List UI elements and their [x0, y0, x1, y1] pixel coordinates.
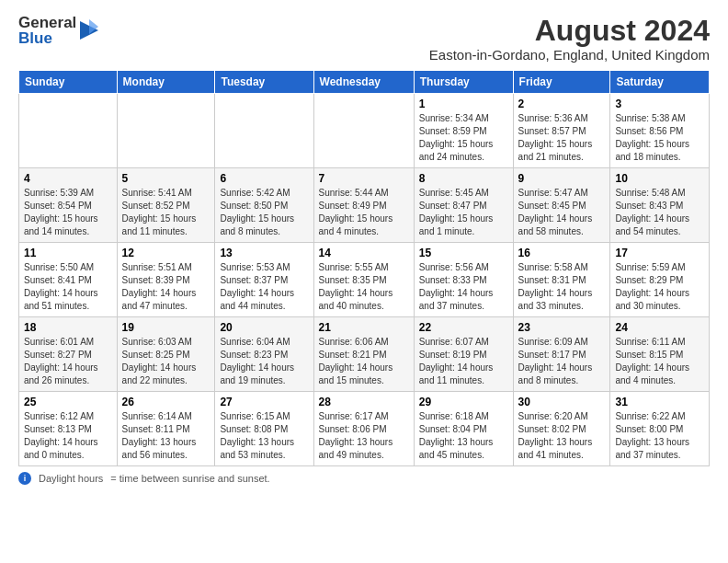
calendar-cell: 30Sunrise: 6:20 AM Sunset: 8:02 PM Dayli… [513, 392, 610, 466]
calendar-cell [19, 94, 118, 168]
footer-note-extra: = time between sunrise and sunset. [110, 473, 269, 484]
day-number: 1 [419, 98, 508, 110]
day-info: Sunrise: 6:18 AM Sunset: 8:04 PM Dayligh… [419, 410, 508, 462]
logo-general: General [18, 15, 76, 30]
calendar-cell: 18Sunrise: 6:01 AM Sunset: 8:27 PM Dayli… [19, 317, 118, 392]
calendar-day-header: Friday [513, 71, 610, 94]
day-info: Sunrise: 6:20 AM Sunset: 8:02 PM Dayligh… [518, 410, 606, 462]
day-number: 24 [615, 321, 704, 334]
day-info: Sunrise: 6:09 AM Sunset: 8:17 PM Dayligh… [518, 336, 606, 387]
day-info: Sunrise: 5:47 AM Sunset: 8:45 PM Dayligh… [518, 187, 606, 238]
day-number: 14 [319, 247, 409, 259]
calendar-day-header: Tuesday [215, 71, 313, 94]
day-info: Sunrise: 6:14 AM Sunset: 8:11 PM Dayligh… [122, 410, 210, 462]
day-number: 17 [615, 247, 704, 259]
calendar-cell: 13Sunrise: 5:53 AM Sunset: 8:37 PM Dayli… [215, 243, 313, 317]
day-info: Sunrise: 5:36 AM Sunset: 8:57 PM Dayligh… [518, 112, 606, 164]
calendar-cell: 16Sunrise: 5:58 AM Sunset: 8:31 PM Dayli… [513, 243, 610, 317]
day-number: 29 [419, 396, 508, 408]
calendar-cell: 12Sunrise: 5:51 AM Sunset: 8:39 PM Dayli… [117, 243, 215, 317]
day-info: Sunrise: 5:38 AM Sunset: 8:56 PM Dayligh… [615, 112, 704, 164]
day-info: Sunrise: 6:22 AM Sunset: 8:00 PM Dayligh… [615, 410, 704, 462]
calendar-cell [313, 94, 414, 168]
calendar-cell: 23Sunrise: 6:09 AM Sunset: 8:17 PM Dayli… [513, 317, 610, 392]
calendar-cell: 27Sunrise: 6:15 AM Sunset: 8:08 PM Dayli… [215, 392, 313, 466]
calendar-week-row: 1Sunrise: 5:34 AM Sunset: 8:59 PM Daylig… [19, 94, 710, 168]
calendar-cell: 3Sunrise: 5:38 AM Sunset: 8:56 PM Daylig… [610, 94, 710, 168]
day-info: Sunrise: 6:11 AM Sunset: 8:15 PM Dayligh… [615, 336, 704, 387]
day-number: 25 [24, 396, 112, 408]
header: General Blue August 2024 Easton-in-Gorda… [18, 15, 710, 63]
main-title: August 2024 [429, 15, 710, 47]
day-info: Sunrise: 6:01 AM Sunset: 8:27 PM Dayligh… [24, 336, 112, 387]
footer-note-text: Daylight hours [39, 473, 103, 484]
day-number: 18 [24, 321, 112, 334]
day-info: Sunrise: 5:59 AM Sunset: 8:29 PM Dayligh… [615, 261, 704, 313]
calendar-cell: 25Sunrise: 6:12 AM Sunset: 8:13 PM Dayli… [19, 392, 118, 466]
logo: General Blue [18, 15, 100, 46]
day-info: Sunrise: 6:04 AM Sunset: 8:23 PM Dayligh… [220, 336, 308, 387]
calendar-cell: 11Sunrise: 5:50 AM Sunset: 8:41 PM Dayli… [19, 243, 118, 317]
calendar-cell [215, 94, 313, 168]
calendar-cell: 22Sunrise: 6:07 AM Sunset: 8:19 PM Dayli… [414, 317, 513, 392]
day-number: 21 [319, 321, 409, 334]
calendar-cell: 9Sunrise: 5:47 AM Sunset: 8:45 PM Daylig… [513, 168, 610, 243]
calendar-cell: 4Sunrise: 5:39 AM Sunset: 8:54 PM Daylig… [19, 168, 118, 243]
info-icon: i [18, 472, 31, 485]
page: General Blue August 2024 Easton-in-Gorda… [0, 0, 728, 563]
day-number: 7 [319, 172, 409, 185]
calendar-cell: 8Sunrise: 5:45 AM Sunset: 8:47 PM Daylig… [414, 168, 513, 243]
calendar-day-header: Sunday [19, 71, 118, 94]
day-number: 12 [122, 247, 210, 259]
day-info: Sunrise: 6:15 AM Sunset: 8:08 PM Dayligh… [220, 410, 308, 462]
calendar-day-header: Wednesday [313, 71, 414, 94]
day-number: 11 [24, 247, 112, 259]
day-info: Sunrise: 5:51 AM Sunset: 8:39 PM Dayligh… [122, 261, 210, 313]
calendar-day-header: Monday [117, 71, 215, 94]
day-number: 2 [518, 98, 606, 110]
calendar-cell: 1Sunrise: 5:34 AM Sunset: 8:59 PM Daylig… [414, 94, 513, 168]
calendar-cell: 7Sunrise: 5:44 AM Sunset: 8:49 PM Daylig… [313, 168, 414, 243]
day-number: 13 [220, 247, 308, 259]
day-info: Sunrise: 6:06 AM Sunset: 8:21 PM Dayligh… [319, 336, 409, 387]
day-number: 16 [518, 247, 606, 259]
day-info: Sunrise: 5:58 AM Sunset: 8:31 PM Dayligh… [518, 261, 606, 313]
calendar-week-row: 18Sunrise: 6:01 AM Sunset: 8:27 PM Dayli… [19, 317, 710, 392]
calendar-cell: 26Sunrise: 6:14 AM Sunset: 8:11 PM Dayli… [117, 392, 215, 466]
day-number: 9 [518, 172, 606, 185]
day-info: Sunrise: 5:44 AM Sunset: 8:49 PM Dayligh… [319, 187, 409, 238]
logo-blue: Blue [18, 30, 76, 46]
calendar-cell: 20Sunrise: 6:04 AM Sunset: 8:23 PM Dayli… [215, 317, 313, 392]
day-info: Sunrise: 6:03 AM Sunset: 8:25 PM Dayligh… [122, 336, 210, 387]
day-info: Sunrise: 5:48 AM Sunset: 8:43 PM Dayligh… [615, 187, 704, 238]
day-number: 28 [319, 396, 409, 408]
logo-icon [78, 17, 100, 43]
calendar-header-row: SundayMondayTuesdayWednesdayThursdayFrid… [19, 71, 710, 94]
day-number: 19 [122, 321, 210, 334]
day-info: Sunrise: 5:34 AM Sunset: 8:59 PM Dayligh… [419, 112, 508, 164]
calendar-table: SundayMondayTuesdayWednesdayThursdayFrid… [18, 70, 710, 466]
calendar-cell: 29Sunrise: 6:18 AM Sunset: 8:04 PM Dayli… [414, 392, 513, 466]
calendar-cell: 6Sunrise: 5:42 AM Sunset: 8:50 PM Daylig… [215, 168, 313, 243]
day-number: 30 [518, 396, 606, 408]
day-number: 10 [615, 172, 704, 185]
calendar-cell: 2Sunrise: 5:36 AM Sunset: 8:57 PM Daylig… [513, 94, 610, 168]
calendar-cell: 28Sunrise: 6:17 AM Sunset: 8:06 PM Dayli… [313, 392, 414, 466]
day-info: Sunrise: 5:53 AM Sunset: 8:37 PM Dayligh… [220, 261, 308, 313]
day-info: Sunrise: 6:07 AM Sunset: 8:19 PM Dayligh… [419, 336, 508, 387]
calendar-cell: 15Sunrise: 5:56 AM Sunset: 8:33 PM Dayli… [414, 243, 513, 317]
calendar-cell: 31Sunrise: 6:22 AM Sunset: 8:00 PM Dayli… [610, 392, 710, 466]
title-area: August 2024 Easton-in-Gordano, England, … [429, 15, 710, 63]
calendar-day-header: Saturday [610, 71, 710, 94]
day-number: 22 [419, 321, 508, 334]
calendar-cell: 5Sunrise: 5:41 AM Sunset: 8:52 PM Daylig… [117, 168, 215, 243]
calendar-cell: 21Sunrise: 6:06 AM Sunset: 8:21 PM Dayli… [313, 317, 414, 392]
day-number: 8 [419, 172, 508, 185]
calendar-week-row: 11Sunrise: 5:50 AM Sunset: 8:41 PM Dayli… [19, 243, 710, 317]
calendar-cell [117, 94, 215, 168]
day-info: Sunrise: 5:41 AM Sunset: 8:52 PM Dayligh… [122, 187, 210, 238]
day-info: Sunrise: 5:50 AM Sunset: 8:41 PM Dayligh… [24, 261, 112, 313]
day-info: Sunrise: 6:12 AM Sunset: 8:13 PM Dayligh… [24, 410, 112, 462]
footer-note: i Daylight hours = time between sunrise … [18, 472, 710, 485]
day-info: Sunrise: 6:17 AM Sunset: 8:06 PM Dayligh… [319, 410, 409, 462]
